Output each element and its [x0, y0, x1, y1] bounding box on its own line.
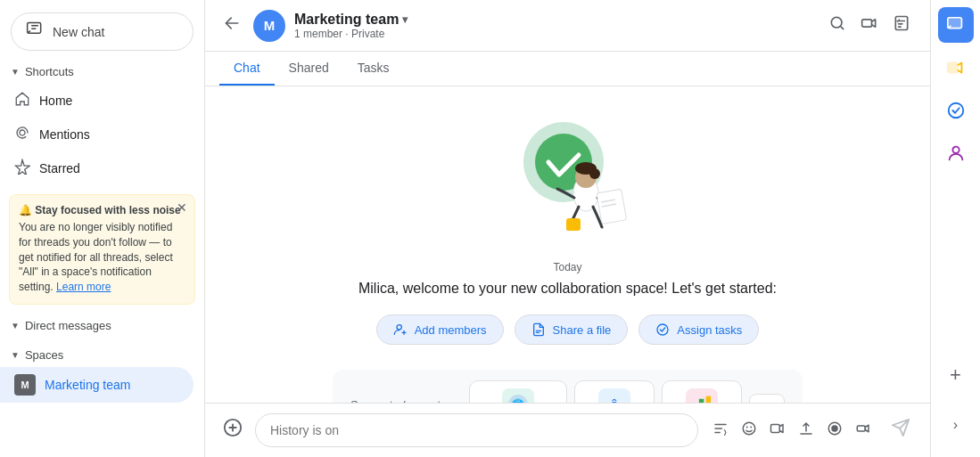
right-sidebar: + ›	[930, 0, 980, 457]
tab-shared[interactable]: Shared	[275, 52, 343, 86]
app-icon-0: 🌐	[502, 388, 534, 403]
spaces-chevron: ▼	[11, 350, 20, 360]
shortcuts-label: Shortcuts	[25, 65, 74, 78]
send-button[interactable]	[885, 412, 916, 448]
svg-rect-34	[857, 426, 865, 431]
mentions-icon	[14, 125, 30, 144]
new-chat-button[interactable]: New chat	[11, 12, 194, 51]
emoji-button[interactable]	[736, 415, 762, 446]
direct-messages-label: Direct messages	[25, 319, 111, 332]
svg-rect-22	[706, 396, 711, 403]
share-file-button[interactable]: Share a file	[515, 314, 629, 345]
direct-messages-section[interactable]: ▼ Direct messages	[0, 314, 204, 338]
svg-point-2	[831, 17, 842, 28]
tab-tasks[interactable]: Tasks	[343, 52, 404, 86]
starred-icon	[14, 159, 30, 178]
app-chip-1[interactable]: â Able Poll	[574, 380, 655, 403]
space-name: Marketing team	[45, 378, 130, 392]
search-button[interactable]	[823, 9, 852, 42]
spaces-label: Spaces	[25, 348, 63, 362]
sidebar-item-mentions[interactable]: Mentions	[0, 118, 194, 151]
welcome-text: Milica, welcome to your new collaboratio…	[358, 281, 777, 297]
header-title: Marketing team ▾	[294, 12, 814, 28]
svg-rect-12	[597, 189, 627, 224]
spaces-section: ▼ Spaces M Marketing team	[0, 338, 204, 408]
meet-button[interactable]	[764, 415, 791, 446]
svg-point-29	[746, 426, 748, 428]
add-button[interactable]	[219, 414, 246, 446]
expand-icon[interactable]: ›	[938, 407, 974, 443]
left-sidebar: New chat ▼ Shortcuts Home Mentions Starr…	[0, 0, 205, 457]
shortcuts-chevron: ▼	[11, 67, 20, 77]
chat-header: M Marketing team ▾ 1 member · Private	[205, 0, 930, 52]
tab-chat[interactable]: Chat	[219, 52, 275, 86]
add-members-button[interactable]: Add members	[376, 314, 504, 345]
app-chip-2[interactable]: Absolute Poll	[662, 380, 742, 403]
group-avatar: M	[253, 10, 285, 42]
tasks-icon-right[interactable]	[938, 93, 974, 128]
suggested-apps: Suggested apps to enhance your space 🌐 A…	[333, 370, 803, 403]
tabs-bar: Chat Shared Tasks	[205, 52, 930, 86]
svg-point-39	[952, 147, 959, 153]
info-box: 🔔 Stay focused with less noise ✕ You are…	[9, 194, 195, 305]
info-box-title: 🔔 Stay focused with less noise	[19, 204, 185, 216]
svg-point-30	[750, 426, 752, 428]
format-button[interactable]	[707, 415, 734, 446]
svg-point-10	[589, 168, 600, 179]
more-apps-button[interactable]	[749, 394, 785, 403]
tasks-button[interactable]	[887, 9, 916, 42]
chat-body: Today Milica, welcome to your new collab…	[205, 86, 930, 403]
app-chips: 🌐 Abang Translator â Able Poll	[469, 380, 785, 403]
input-actions	[707, 415, 877, 446]
svg-rect-11	[566, 218, 581, 231]
svg-point-15	[397, 325, 401, 330]
back-button[interactable]	[219, 11, 244, 40]
svg-text:â: â	[610, 396, 619, 403]
svg-rect-3	[862, 20, 872, 27]
app-icon-2	[686, 388, 718, 403]
svg-point-16	[657, 324, 668, 335]
video-button[interactable]	[855, 9, 884, 42]
welcome-illustration	[497, 104, 639, 247]
record-button[interactable]	[821, 415, 848, 446]
date-label: Today	[553, 261, 581, 273]
add-icon-right[interactable]: +	[938, 357, 974, 393]
space-avatar: M	[14, 374, 36, 396]
info-box-text: You are no longer visibly notified for t…	[19, 220, 185, 295]
input-bar	[205, 403, 930, 457]
sidebar-item-starred[interactable]: Starred	[0, 151, 194, 185]
app-icon-1: â	[598, 388, 630, 403]
main-area: M Marketing team ▾ 1 member · Private Ch…	[205, 0, 930, 457]
meet-icon[interactable]	[938, 50, 974, 86]
svg-point-1	[20, 130, 25, 135]
svg-point-28	[743, 422, 755, 435]
sidebar-item-home[interactable]: Home	[0, 84, 194, 118]
chat-icon	[26, 20, 44, 43]
action-buttons: Add members Share a file Assign tasks	[376, 314, 760, 345]
upload-button[interactable]	[793, 415, 819, 446]
contacts-icon[interactable]	[938, 135, 974, 171]
dropdown-icon: ▾	[402, 13, 408, 26]
home-icon	[14, 91, 30, 110]
app-chip-0[interactable]: 🌐 Abang Translator	[469, 380, 567, 403]
header-actions	[823, 9, 916, 42]
info-box-close[interactable]: ✕	[177, 200, 187, 215]
starred-label: Starred	[39, 161, 80, 175]
home-label: Home	[39, 94, 72, 108]
space-item-marketing[interactable]: M Marketing team	[0, 367, 194, 403]
assign-tasks-button[interactable]: Assign tasks	[638, 314, 759, 345]
svg-point-38	[948, 103, 963, 118]
shortcuts-section[interactable]: ▼ Shortcuts	[0, 60, 204, 84]
message-input[interactable]	[255, 413, 698, 447]
header-info: Marketing team ▾ 1 member · Private	[294, 12, 814, 40]
video-call-button[interactable]	[850, 415, 877, 446]
svg-rect-31	[771, 424, 780, 432]
new-chat-label: New chat	[53, 25, 104, 39]
svg-point-32	[831, 425, 838, 432]
dm-chevron: ▼	[11, 321, 20, 331]
mentions-label: Mentions	[39, 127, 90, 142]
svg-rect-37	[947, 63, 957, 73]
spaces-header[interactable]: ▼ Spaces	[0, 343, 204, 367]
google-chat-icon[interactable]	[938, 7, 974, 43]
learn-more-link[interactable]: Learn more	[56, 281, 111, 293]
